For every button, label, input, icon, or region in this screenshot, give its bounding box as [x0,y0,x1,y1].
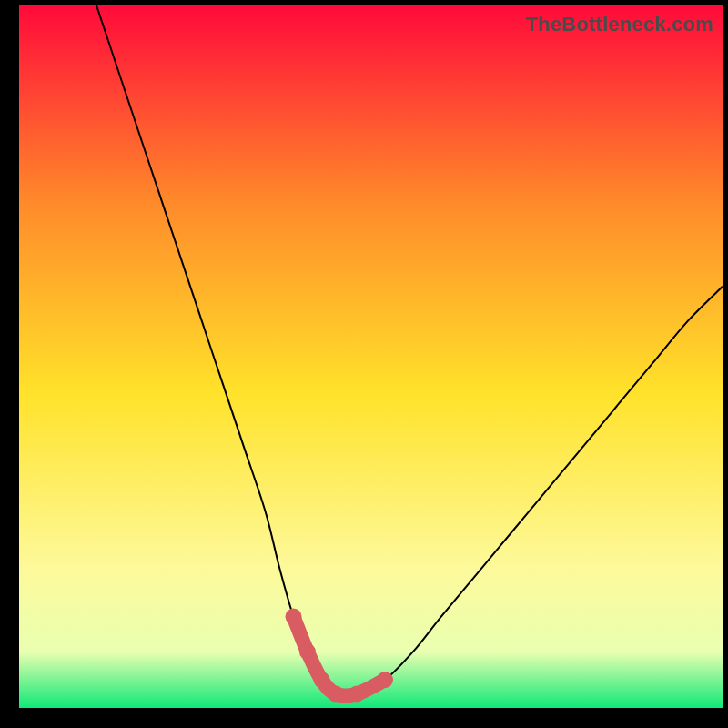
accent-dot [328,686,344,703]
accent-dot [299,643,316,660]
accent-dot [313,672,329,688]
chart-svg [19,5,723,708]
watermark-text: TheBottleneck.com [526,13,713,36]
plot-area: TheBottleneck.com [19,5,723,708]
gradient-background [19,5,723,708]
accent-dot [286,609,302,625]
chart-frame: TheBottleneck.com [0,0,728,728]
accent-dot [349,686,365,703]
accent-dot [377,672,393,688]
